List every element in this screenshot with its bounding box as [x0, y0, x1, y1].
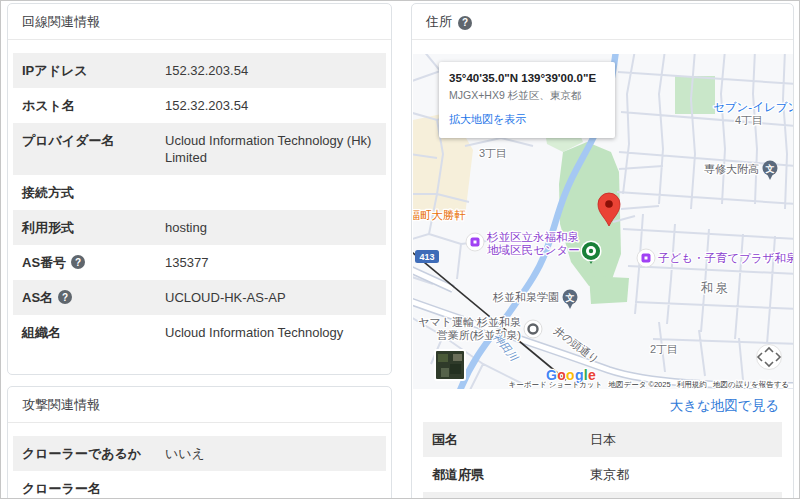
row-label-text: AS名: [22, 289, 53, 306]
plus-code-text: MJGX+HX9 杉並区、東京都: [449, 89, 605, 103]
row-label: 組織名: [22, 324, 165, 341]
row-label: クローラー名: [22, 480, 165, 497]
table-row: [423, 492, 782, 499]
row-label: AS名 ?: [22, 289, 165, 306]
map-attribution[interactable]: キーボード ショートカット 地図データ ©2025 利用規約 地図の誤りを報告す…: [509, 380, 789, 389]
poi-school-gakuen[interactable]: 杉並和泉学園 文: [492, 290, 578, 310]
route-413-shield: 413: [415, 250, 439, 263]
row-value: 152.32.203.54: [165, 62, 377, 79]
row-value: 135377: [165, 254, 377, 271]
poi-restaurant-label[interactable]: 永福町大勝軒: [413, 209, 466, 221]
help-icon[interactable]: ?: [58, 290, 72, 304]
svg-text:ヤマト運輸 杉並和泉: ヤマト運輸 杉並和泉: [418, 316, 521, 328]
svg-text:地域区民センター: 地域区民センター: [487, 244, 580, 256]
row-value: 152.32.203.54: [165, 97, 377, 114]
table-row: プロバイダー名 Ucloud Information Technology (H…: [13, 123, 386, 175]
poi-community-center[interactable]: 杉並区立永福和泉 地域区民センター: [466, 231, 580, 256]
district-label: 和泉: [700, 281, 730, 295]
line-info-table: IPアドレス 152.32.203.54 ホスト名 152.32.203.54 …: [8, 40, 391, 350]
row-label: IPアドレス: [22, 62, 165, 79]
table-row: AS番号 ? 135377: [13, 245, 386, 280]
table-row: 組織名 Ucloud Information Technology: [13, 315, 386, 350]
external-map-link-row: 大きな地図で見る: [412, 389, 793, 419]
coordinates-text: 35°40'35.0"N 139°39'00.0"E: [449, 72, 605, 84]
row-label: 国名: [432, 431, 590, 448]
table-row: 接続方式: [13, 175, 386, 210]
table-row: 都道府県 東京都: [423, 457, 782, 492]
svg-text:杉並和泉学園: 杉並和泉学園: [492, 291, 559, 303]
row-label: 利用形式: [22, 219, 165, 236]
row-value: いいえ: [165, 445, 377, 462]
attack-info-card: 攻撃関連情報 クローラーであるか いいえ クローラー名: [7, 386, 392, 499]
row-value: 日本: [590, 431, 773, 448]
google-map[interactable]: 413 3丁目 4丁目 2丁目 和泉 セブン-イレブン 永福町大勝軒 専修大附高…: [413, 54, 793, 389]
address-title: 住所: [426, 13, 452, 31]
pan-control[interactable]: [757, 345, 782, 370]
district-label: 4丁目: [735, 114, 763, 126]
line-info-card-header: 回線関連情報: [8, 4, 391, 40]
svg-text:413: 413: [419, 252, 434, 262]
row-value: [165, 184, 377, 201]
table-row: IPアドレス 152.32.203.54: [13, 53, 386, 88]
row-label: クローラーであるか: [22, 445, 165, 462]
map-info-card: 35°40'35.0"N 139°39'00.0"E MJGX+HX9 杉並区、…: [439, 62, 615, 138]
line-info-title: 回線関連情報: [22, 13, 100, 31]
help-icon[interactable]: ?: [71, 255, 85, 269]
row-value: Ucloud Information Technology (Hk) Limit…: [165, 132, 377, 166]
table-row: 利用形式 hosting: [13, 210, 386, 245]
table-row: ホスト名 152.32.203.54: [13, 88, 386, 123]
poi-kodomo-plaza[interactable]: 子ども・子育てプラザ和泉: [637, 249, 793, 267]
row-value: 東京都: [590, 466, 773, 483]
help-icon[interactable]: ?: [458, 16, 472, 30]
table-row: AS名 ? UCLOUD-HK-AS-AP: [13, 280, 386, 315]
address-panel: 住所 ?: [411, 3, 794, 499]
school-icon: 文: [565, 293, 575, 303]
svg-text:専修大附高: 専修大附高: [704, 163, 759, 175]
map-green-block: [675, 76, 715, 114]
enlarge-map-link[interactable]: 拡大地図を表示: [449, 112, 605, 127]
address-table: 国名 日本 都道府県 東京都: [423, 422, 782, 499]
attack-info-title: 攻撃関連情報: [22, 396, 100, 414]
map-park-south: [589, 276, 629, 304]
district-label: 2丁目: [650, 343, 678, 355]
attack-info-card-header: 攻撃関連情報: [8, 387, 391, 423]
row-value: hosting: [165, 219, 377, 236]
row-label-text: AS番号: [22, 254, 66, 271]
row-value: Ucloud Information Technology: [165, 324, 377, 341]
row-label: AS番号 ?: [22, 254, 165, 271]
row-label: 都道府県: [432, 466, 590, 483]
row-label: ホスト名: [22, 97, 165, 114]
page: 回線関連情報 IPアドレス 152.32.203.54 ホスト名 152.32.…: [0, 0, 800, 499]
table-row: 国名 日本: [423, 422, 782, 457]
row-label: 接続方式: [22, 184, 165, 201]
row-value: UCLOUD-HK-AS-AP: [165, 289, 377, 306]
view-larger-map-link[interactable]: 大きな地図で見る: [670, 398, 779, 413]
poi-school-senshu[interactable]: 専修大附高 文: [704, 161, 778, 181]
table-row: クローラー名: [13, 471, 386, 499]
svg-text:子ども・子育てプラザ和泉: 子ども・子育てプラザ和泉: [658, 252, 793, 264]
address-panel-header: 住所 ?: [412, 4, 793, 40]
district-label: 3丁目: [479, 147, 507, 159]
satellite-toggle[interactable]: [435, 350, 465, 380]
line-info-card: 回線関連情報 IPアドレス 152.32.203.54 ホスト名 152.32.…: [7, 3, 392, 375]
table-row: クローラーであるか いいえ: [13, 436, 386, 471]
poi-store-label[interactable]: セブン-イレブン: [713, 101, 793, 113]
row-label: プロバイダー名: [22, 132, 165, 166]
school-icon: 文: [765, 164, 775, 174]
row-value: [165, 480, 377, 497]
svg-text:杉並区立永福和泉: 杉並区立永福和泉: [486, 231, 579, 243]
attack-info-table: クローラーであるか いいえ クローラー名: [8, 423, 391, 499]
